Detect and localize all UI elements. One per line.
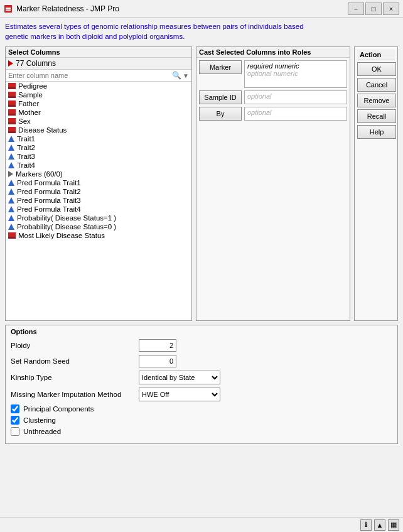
column-name-label: Probability( Disease Status=1 ) bbox=[17, 214, 116, 222]
right-triangle-icon bbox=[8, 171, 13, 177]
column-name-label: Mother bbox=[18, 109, 41, 116]
column-name-label: Disease Status bbox=[18, 126, 67, 134]
red-bar-icon bbox=[8, 92, 16, 98]
role-content-sample_id: optional bbox=[244, 90, 347, 104]
blue-triangle-icon bbox=[8, 206, 14, 212]
column-name-label: Sample bbox=[18, 91, 43, 99]
cast-columns-panel: Cast Selected Columns into Roles Markerr… bbox=[196, 46, 350, 321]
list-item[interactable]: Trait1 bbox=[6, 134, 191, 143]
checkbox-unthreaded[interactable] bbox=[11, 427, 19, 436]
list-item[interactable]: Disease Status bbox=[6, 126, 191, 134]
column-name-label: Pred Formula Trait4 bbox=[17, 205, 81, 213]
seed-label: Set Random Seed bbox=[11, 357, 136, 365]
role-hint-by-0: optional bbox=[247, 109, 344, 116]
role-row-marker: Markerrequired numericoptional numeric bbox=[199, 60, 347, 88]
list-item[interactable]: Pedigree bbox=[6, 82, 191, 90]
action-panel: Action OKCancelRemoveRecallHelp bbox=[354, 46, 398, 321]
checkbox-label: Unthreaded bbox=[23, 428, 61, 435]
seed-input[interactable] bbox=[139, 355, 176, 367]
column-name-label: Trait3 bbox=[17, 153, 35, 160]
role-content-by: optional bbox=[244, 107, 347, 121]
list-item[interactable]: Pred Formula Trait2 bbox=[6, 187, 191, 196]
list-item[interactable]: Pred Formula Trait1 bbox=[6, 178, 191, 187]
checkbox-row-clustering: Clustering bbox=[11, 416, 392, 425]
list-item[interactable]: Trait4 bbox=[6, 161, 191, 170]
role-button-sample_id[interactable]: Sample ID bbox=[199, 90, 242, 104]
list-item[interactable]: Probability( Disease Status=0 ) bbox=[6, 222, 191, 231]
blue-triangle-icon bbox=[8, 197, 14, 204]
role-hint-sample_id-0: optional bbox=[247, 92, 344, 100]
restore-button[interactable]: □ bbox=[365, 3, 382, 15]
checkbox-clustering[interactable] bbox=[11, 416, 19, 425]
list-item[interactable]: Probability( Disease Status=1 ) bbox=[6, 214, 191, 222]
column-list: PedigreeSampleFatherMotherSexDisease Sta… bbox=[6, 82, 191, 320]
ploidy-input[interactable] bbox=[139, 339, 176, 352]
info-icon[interactable]: ℹ bbox=[360, 519, 372, 531]
list-item[interactable]: Sex bbox=[6, 117, 191, 126]
status-bar: ℹ ▲ ▦ bbox=[0, 517, 403, 532]
action-button-recall[interactable]: Recall bbox=[357, 109, 396, 123]
imputation-row: Missing Marker Imputation Method HWE Off… bbox=[11, 388, 392, 401]
list-item[interactable]: Father bbox=[6, 99, 191, 108]
list-item[interactable]: Trait3 bbox=[6, 152, 191, 161]
blue-triangle-icon bbox=[8, 136, 14, 142]
red-bar-icon bbox=[8, 83, 16, 89]
imputation-select[interactable]: HWE Off HWE On bbox=[139, 388, 220, 401]
up-icon[interactable]: ▲ bbox=[374, 519, 385, 531]
red-bar-icon bbox=[8, 118, 16, 124]
panels-row: Select Columns 77 Columns 🔍 ▼ PedigreeSa… bbox=[5, 46, 398, 321]
column-name-label: Father bbox=[18, 100, 39, 107]
red-bar-icon bbox=[8, 232, 16, 239]
ploidy-label: Ploidy bbox=[11, 342, 136, 349]
role-content-marker: required numericoptional numeric bbox=[244, 60, 347, 88]
role-hint-marker-1: optional numeric bbox=[247, 70, 344, 77]
main-window: Estimates several types of genomic relat… bbox=[0, 18, 403, 448]
red-bar-icon bbox=[8, 100, 16, 107]
grid-icon[interactable]: ▦ bbox=[388, 519, 399, 531]
checkbox-principal-components[interactable] bbox=[11, 404, 19, 413]
minimize-button[interactable]: − bbox=[348, 3, 364, 15]
blue-triangle-icon bbox=[8, 162, 14, 168]
red-triangle-icon[interactable] bbox=[8, 60, 13, 67]
blue-triangle-icon bbox=[8, 188, 14, 195]
list-item[interactable]: Mother bbox=[6, 108, 191, 117]
list-item[interactable]: Pred Formula Trait4 bbox=[6, 205, 191, 214]
role-row-sample_id: Sample IDoptional bbox=[199, 90, 347, 104]
list-item[interactable]: Pred Formula Trait3 bbox=[6, 196, 191, 205]
action-button-cancel[interactable]: Cancel bbox=[357, 78, 396, 92]
checkboxes-area: Principal ComponentsClusteringUnthreaded bbox=[11, 404, 392, 436]
kinship-select[interactable]: Identical by State Identical by Descent bbox=[139, 371, 220, 384]
options-panel: Options Ploidy Set Random Seed Kinship T… bbox=[5, 325, 398, 444]
select-columns-panel: Select Columns 77 Columns 🔍 ▼ PedigreeSa… bbox=[5, 46, 192, 321]
role-hint-marker-0: required numeric bbox=[247, 62, 344, 70]
checkbox-label: Principal Components bbox=[23, 405, 94, 413]
role-row-by: Byoptional bbox=[199, 107, 347, 121]
checkbox-row-unthreaded: Unthreaded bbox=[11, 427, 392, 436]
action-button-remove[interactable]: Remove bbox=[357, 94, 396, 107]
blue-triangle-icon bbox=[8, 180, 14, 186]
search-icon[interactable]: 🔍 bbox=[172, 71, 181, 80]
column-name-label: Trait4 bbox=[17, 161, 35, 169]
roles-area: Markerrequired numericoptional numericSa… bbox=[196, 58, 350, 123]
role-button-marker[interactable]: Marker bbox=[199, 60, 242, 74]
window-controls: − □ × bbox=[348, 3, 399, 15]
search-input[interactable] bbox=[8, 72, 171, 79]
action-button-help[interactable]: Help bbox=[357, 125, 396, 139]
list-item[interactable]: Sample bbox=[6, 90, 191, 99]
checkbox-label: Clustering bbox=[23, 416, 56, 424]
column-name-label: Probability( Disease Status=0 ) bbox=[17, 223, 116, 231]
list-item[interactable]: Trait2 bbox=[6, 143, 191, 152]
column-name-label: Pred Formula Trait3 bbox=[17, 197, 81, 204]
cast-columns-title: Cast Selected Columns into Roles bbox=[196, 47, 350, 58]
seed-row: Set Random Seed bbox=[11, 355, 392, 367]
list-item[interactable]: Most Likely Disease Status bbox=[6, 231, 191, 240]
action-button-ok[interactable]: OK bbox=[357, 62, 396, 76]
column-name-label: Trait2 bbox=[17, 144, 35, 151]
list-item[interactable]: Markers (60/0) bbox=[6, 170, 191, 178]
close-button[interactable]: × bbox=[383, 3, 399, 15]
svg-rect-1 bbox=[6, 8, 11, 9]
column-name-label: Pred Formula Trait1 bbox=[17, 179, 81, 187]
dropdown-icon[interactable]: ▼ bbox=[183, 72, 189, 79]
role-button-by[interactable]: By bbox=[199, 107, 242, 121]
column-name-label: Pedigree bbox=[18, 82, 47, 90]
